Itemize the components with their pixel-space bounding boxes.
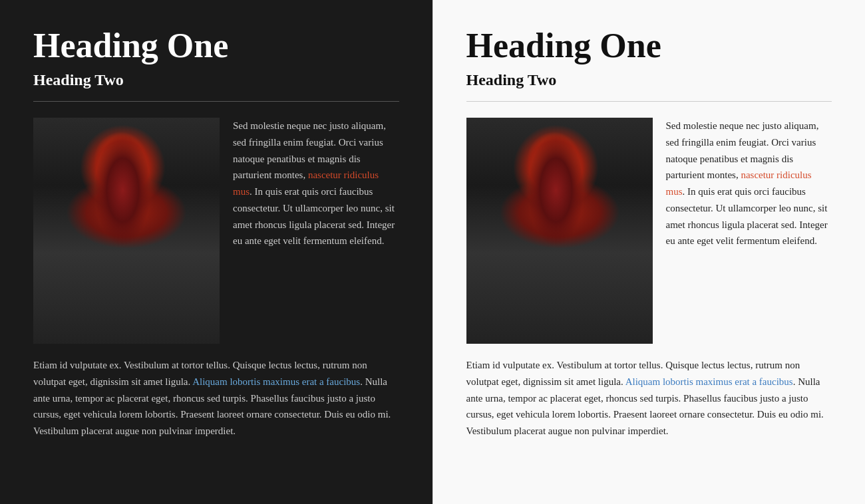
dark-photo [33,118,220,344]
dark-continuation: Etiam id vulputate ex. Vestibulum at tor… [33,357,399,440]
light-body-text: Sed molestie neque nec justo aliquam, se… [666,118,832,344]
dark-body-text: Sed molestie neque nec justo aliquam, se… [233,118,399,344]
light-heading-two: Heading Two [466,71,832,89]
dark-image [33,118,220,344]
light-body-after-link: . In quis erat quis orci faucibus consec… [666,186,828,246]
light-link-blue[interactable]: Aliquam lobortis maximus erat a faucibus [625,376,793,387]
dark-body-after-link: . In quis erat quis orci faucibus consec… [233,186,395,246]
light-heading-one: Heading One [466,27,832,64]
light-image [466,118,653,344]
dark-content-block: Sed molestie neque nec justo aliquam, se… [33,118,399,344]
dark-heading-two: Heading Two [33,71,399,89]
light-photo [466,118,653,344]
dark-link-blue[interactable]: Aliquam lobortis maximus erat a faucibus [192,376,360,387]
light-content-block: Sed molestie neque nec justo aliquam, se… [466,118,832,344]
light-panel: Heading One Heading Two Sed molestie neq… [432,0,866,504]
dark-divider [33,101,399,102]
dark-panel: Heading One Heading Two Sed molestie neq… [0,0,432,504]
light-divider [466,101,832,102]
dark-heading-one: Heading One [33,27,399,64]
light-continuation: Etiam id vulputate ex. Vestibulum at tor… [466,357,832,440]
